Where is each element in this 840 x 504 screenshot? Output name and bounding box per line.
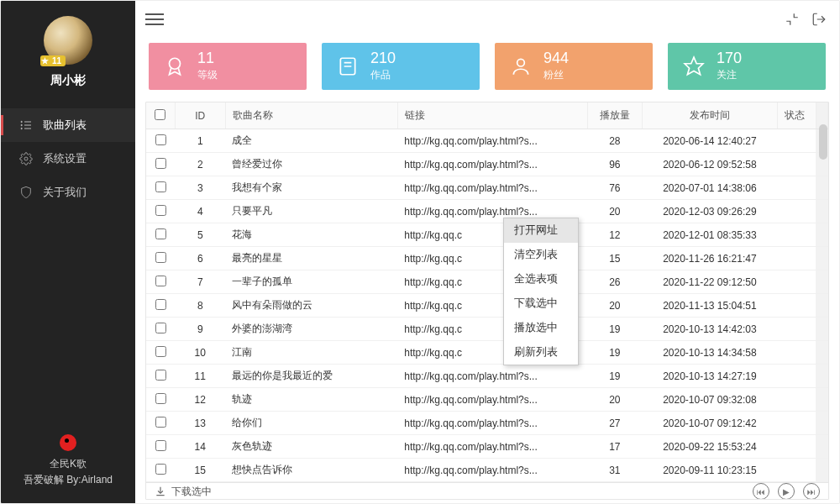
cell-plays: 28 <box>587 129 642 153</box>
row-checkbox[interactable] <box>155 370 166 381</box>
sidebar-item-songs[interactable]: 歌曲列表 <box>1 108 135 142</box>
sidebar-item-label: 关于我们 <box>43 185 87 200</box>
row-checkbox[interactable] <box>155 299 166 310</box>
row-checkbox[interactable] <box>155 181 166 192</box>
stat-label: 作品 <box>370 68 396 82</box>
col-link[interactable]: 链接 <box>397 102 587 129</box>
row-checkbox[interactable] <box>155 276 166 286</box>
cell-id: 9 <box>175 318 225 341</box>
table-row[interactable]: 15想快点告诉你http://kg.qq.com/play.html?s...3… <box>146 459 828 482</box>
stat-card-fans[interactable]: 944粉丝 <box>495 43 653 90</box>
row-checkbox[interactable] <box>155 417 166 428</box>
cell-status <box>777 153 816 176</box>
col-checkbox[interactable] <box>146 102 175 129</box>
context-menu-item[interactable]: 下载选中 <box>504 291 578 316</box>
next-track-button[interactable]: ⏭ <box>803 483 820 500</box>
cell-date: 2020-10-07 09:12:42 <box>643 412 778 435</box>
row-checkbox[interactable] <box>155 323 166 333</box>
cell-id: 1 <box>175 129 225 153</box>
context-menu-item[interactable]: 清空列表 <box>504 243 578 267</box>
prev-track-button[interactable]: ⏮ <box>753 483 769 500</box>
cell-id: 11 <box>175 365 225 388</box>
context-menu[interactable]: 打开网址清空列表全选表项下载选中播放选中刷新列表 <box>503 218 579 365</box>
col-status[interactable]: 状态 <box>777 102 816 129</box>
col-date[interactable]: 发布时间 <box>643 102 778 129</box>
scrollbar-thumb[interactable] <box>819 124 827 160</box>
col-id[interactable]: ID <box>175 102 225 129</box>
col-name[interactable]: 歌曲名称 <box>225 102 397 129</box>
table-row[interactable]: 10江南http://kg.qq.c192020-10-13 14:34:58 <box>146 341 828 365</box>
cell-date: 2020-10-07 09:32:08 <box>643 388 778 412</box>
table-row[interactable]: 1成全http://kg.qq.com/play.html?s...282020… <box>146 129 828 153</box>
cell-date: 2020-09-11 10:23:15 <box>643 459 778 482</box>
table-row[interactable]: 8风中有朵雨做的云http://kg.qq.c202020-11-13 15:0… <box>146 294 828 318</box>
cell-name: 轨迹 <box>225 388 397 412</box>
context-menu-item[interactable]: 播放选中 <box>504 316 578 340</box>
row-checkbox[interactable] <box>155 252 166 263</box>
app-window: 11 周小彬 歌曲列表 系统设置 关于我们 全民K歌 吾爱破解 By:Airla… <box>0 0 840 504</box>
svg-point-6 <box>24 157 28 160</box>
menu-toggle-icon[interactable] <box>145 10 164 29</box>
stat-value: 11 <box>197 50 218 66</box>
col-plays[interactable]: 播放量 <box>587 102 642 129</box>
cell-plays: 20 <box>587 388 642 412</box>
row-checkbox[interactable] <box>155 134 166 145</box>
stat-card-works[interactable]: 210作品 <box>322 43 480 90</box>
download-selected-button[interactable]: 下载选中 <box>155 485 212 499</box>
cell-status <box>777 388 816 412</box>
row-checkbox[interactable] <box>155 464 166 475</box>
play-button[interactable]: ▶ <box>778 483 795 500</box>
sidebar-item-settings[interactable]: 系统设置 <box>1 142 135 176</box>
table-row[interactable]: 7一辈子的孤单http://kg.qq.c262020-11-22 09:12:… <box>146 270 828 294</box>
table-row[interactable]: 9外婆的澎湖湾http://kg.qq.c192020-10-13 14:42:… <box>146 318 828 341</box>
exit-icon[interactable] <box>809 9 829 29</box>
stat-card-follow[interactable]: 170关注 <box>668 43 826 90</box>
row-checkbox[interactable] <box>155 158 166 169</box>
minimize-icon[interactable] <box>782 9 802 29</box>
context-menu-item[interactable]: 刷新列表 <box>504 340 578 365</box>
cell-date: 2020-10-13 14:27:19 <box>643 365 778 388</box>
row-checkbox[interactable] <box>155 346 166 357</box>
sidebar-item-label: 歌曲列表 <box>43 118 87 133</box>
avatar[interactable]: 11 <box>44 16 92 65</box>
table-row[interactable]: 5花海http://kg.qq.c122020-12-01 08:35:33 <box>146 223 828 247</box>
cell-date: 2020-06-12 09:52:58 <box>643 153 778 176</box>
cell-id: 8 <box>175 294 225 318</box>
cell-name: 我想有个家 <box>225 176 397 200</box>
stat-card-level[interactable]: 11等级 <box>149 43 307 90</box>
row-checkbox[interactable] <box>155 228 166 239</box>
sidebar-item-about[interactable]: 关于我们 <box>1 176 135 209</box>
cell-date: 2020-06-14 12:40:27 <box>643 129 778 153</box>
cell-id: 4 <box>175 200 225 223</box>
table-row[interactable]: 11最远的你是我最近的爱http://kg.qq.com/play.html?s… <box>146 365 828 388</box>
context-menu-item[interactable]: 全选表项 <box>504 267 578 291</box>
row-checkbox[interactable] <box>155 393 166 404</box>
table-row[interactable]: 6最亮的星星http://kg.qq.c152020-11-26 16:21:4… <box>146 247 828 270</box>
cell-link: http://kg.qq.com/play.html?s... <box>397 129 587 153</box>
cell-link: http://kg.qq.com/play.html?s... <box>397 153 587 176</box>
cell-name: 最亮的星星 <box>225 247 397 270</box>
table-row[interactable]: 3我想有个家http://kg.qq.com/play.html?s...762… <box>146 176 828 200</box>
table-row[interactable]: 4只要平凡http://kg.qq.com/play.html?s...2020… <box>146 200 828 223</box>
context-menu-item[interactable]: 打开网址 <box>504 218 578 243</box>
table-row[interactable]: 12轨迹http://kg.qq.com/play.html?s...20202… <box>146 388 828 412</box>
cell-plays: 19 <box>587 318 642 341</box>
row-checkbox[interactable] <box>155 440 166 451</box>
sidebar: 11 周小彬 歌曲列表 系统设置 关于我们 全民K歌 吾爱破解 By:Airla… <box>1 1 135 503</box>
cell-plays: 26 <box>587 270 642 294</box>
cell-plays: 96 <box>587 153 642 176</box>
svg-point-5 <box>21 128 22 129</box>
table-row[interactable]: 13给你们http://kg.qq.com/play.html?s...2720… <box>146 412 828 435</box>
main-area: 11等级 210作品 944粉丝 170关注 <box>135 1 839 503</box>
cell-status <box>777 294 816 318</box>
row-checkbox[interactable] <box>155 205 166 216</box>
cell-plays: 31 <box>587 459 642 482</box>
table-row[interactable]: 14灰色轨迹http://kg.qq.com/play.html?s...172… <box>146 435 828 459</box>
table-row[interactable]: 2曾经爱过你http://kg.qq.com/play.html?s...962… <box>146 153 828 176</box>
stat-value: 210 <box>370 50 396 66</box>
cell-date: 2020-10-13 14:34:58 <box>643 341 778 365</box>
table-header-row: ID 歌曲名称 链接 播放量 发布时间 状态 <box>146 102 828 129</box>
cell-id: 6 <box>175 247 225 270</box>
cell-name: 曾经爱过你 <box>225 153 397 176</box>
cell-plays: 20 <box>587 294 642 318</box>
